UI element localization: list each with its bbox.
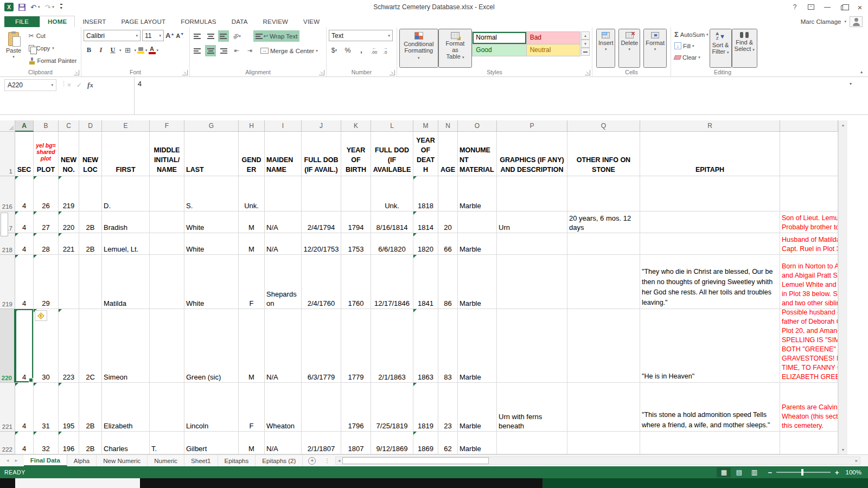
- increase-indent-button[interactable]: ⇥: [244, 45, 255, 56]
- cell-C220[interactable]: 223: [59, 309, 79, 383]
- cell-I218[interactable]: N/A: [265, 233, 302, 255]
- row-header-216[interactable]: 216: [0, 176, 15, 211]
- page-break-view-button[interactable]: ▥: [747, 467, 761, 477]
- cell-R219[interactable]: "They who die in Christ are blessed, Our…: [640, 255, 780, 309]
- cell-P1[interactable]: GRAPHICS (IF ANY) AND DESCRIPTION: [497, 132, 567, 176]
- tab-review[interactable]: REVIEW: [256, 16, 296, 27]
- copy-button[interactable]: Copy▾: [28, 43, 78, 54]
- scroll-down-icon[interactable]: ▼: [839, 445, 847, 454]
- cell-N219[interactable]: 86: [438, 255, 458, 309]
- cell-C222[interactable]: 196: [59, 432, 79, 454]
- cell-S222[interactable]: [780, 432, 838, 454]
- sheet-tab-alpha[interactable]: Alpha: [67, 455, 97, 466]
- number-dialog-launcher[interactable]: ↘: [390, 70, 395, 75]
- cell-A222[interactable]: 4: [15, 432, 34, 454]
- fill-color-button[interactable]: [137, 47, 144, 54]
- cell-Q221[interactable]: [567, 383, 640, 432]
- cell-N221[interactable]: 23: [438, 383, 458, 432]
- cell-E218[interactable]: Lemuel, Lt.: [102, 233, 150, 255]
- sheet-nav-left-icon[interactable]: ◄: [5, 458, 10, 463]
- cell-S216[interactable]: [780, 176, 838, 211]
- cell-C217[interactable]: 220: [59, 211, 79, 233]
- cell-M216[interactable]: 1818: [413, 176, 438, 211]
- sheet-tab-new-numeric[interactable]: New Numeric: [97, 455, 148, 466]
- new-sheet-button[interactable]: +: [303, 455, 321, 466]
- cell-M220[interactable]: 1863: [413, 309, 438, 383]
- cell-C218[interactable]: 221: [59, 233, 79, 255]
- cell-J219[interactable]: 2/4/1760: [302, 255, 341, 309]
- clear-button[interactable]: Clear▾: [673, 52, 710, 63]
- format-cells-button[interactable]: Format▾: [643, 29, 667, 68]
- cell-S217[interactable]: Son of Lieut. Lemu Probably brother to: [780, 211, 838, 233]
- cell-P218[interactable]: [497, 233, 567, 255]
- align-top-button[interactable]: [192, 30, 203, 42]
- column-header-L[interactable]: L: [371, 120, 413, 132]
- percent-format-button[interactable]: %: [342, 44, 353, 56]
- cell-H216[interactable]: Unk.: [239, 176, 265, 211]
- cell-O1[interactable]: MONUMENT MATERIAL: [458, 132, 497, 176]
- column-header-N[interactable]: N: [438, 120, 458, 132]
- cell-M218[interactable]: 1820: [413, 233, 438, 255]
- cell-O220[interactable]: Marble: [458, 309, 497, 383]
- cell-A218[interactable]: 4: [15, 233, 34, 255]
- cell-style-bad[interactable]: Bad: [527, 32, 580, 44]
- cell-G1[interactable]: LAST: [184, 132, 239, 176]
- cell-E217[interactable]: Bradish: [102, 211, 150, 233]
- autosum-button[interactable]: ΣAutoSum▾: [673, 29, 710, 40]
- cell-D217[interactable]: 2B: [79, 211, 102, 233]
- cell-R222[interactable]: [640, 432, 780, 454]
- sheet-tab-epitaphs-2-[interactable]: Epitaphs (2): [256, 455, 303, 466]
- font-size-select[interactable]: 11▾: [142, 30, 164, 41]
- cell-D218[interactable]: 2B: [79, 233, 102, 255]
- column-header-E[interactable]: E: [102, 120, 150, 132]
- vertical-scroll-thumb[interactable]: [1, 213, 8, 236]
- cell-F222[interactable]: T.: [150, 432, 184, 454]
- name-box[interactable]: A220 ▾: [4, 79, 56, 91]
- undo-icon[interactable]: ↶: [30, 4, 36, 11]
- undo-dropdown-icon[interactable]: ▾: [38, 5, 40, 9]
- cell-I1[interactable]: MAIDEN NAME: [265, 132, 302, 176]
- column-header-M[interactable]: M: [413, 120, 438, 132]
- cell-Q216[interactable]: [567, 176, 640, 211]
- column-header-C[interactable]: C: [59, 120, 79, 132]
- zoom-slider[interactable]: [776, 472, 831, 473]
- restore-button[interactable]: [835, 0, 852, 14]
- formula-input[interactable]: 4: [138, 79, 843, 112]
- cell-R221[interactable]: "This stone a hold admonition speed Tell…: [640, 383, 780, 432]
- format-painter-button[interactable]: Format Painter: [28, 55, 78, 66]
- cell-O217[interactable]: [458, 211, 497, 233]
- cell-N216[interactable]: [438, 176, 458, 211]
- cell-Q1[interactable]: OTHER INFO ON STONE: [567, 132, 640, 176]
- cell-J218[interactable]: 12/20/1753: [302, 233, 341, 255]
- cell-D1[interactable]: NEW LOC: [79, 132, 102, 176]
- cell-F216[interactable]: [150, 176, 184, 211]
- collapse-ribbon-icon[interactable]: ▴: [860, 69, 863, 74]
- cell-K217[interactable]: 1794: [341, 211, 371, 233]
- column-header-Q[interactable]: Q: [567, 120, 640, 132]
- cell-D221[interactable]: 2B: [79, 383, 102, 432]
- cell-L218[interactable]: 6/6/1820: [371, 233, 413, 255]
- cell-J1[interactable]: FULL DOB (IF AVAIL.): [302, 132, 341, 176]
- tab-page-layout[interactable]: PAGE LAYOUT: [114, 16, 174, 27]
- tab-view[interactable]: VIEW: [296, 16, 327, 27]
- cancel-entry-icon[interactable]: ×: [67, 81, 71, 89]
- gallery-down-button[interactable]: ▼: [581, 40, 590, 48]
- cell-L221[interactable]: 7/25/1819: [371, 383, 413, 432]
- formula-bar-expand-icon[interactable]: ▾: [850, 81, 852, 86]
- cell-S221[interactable]: Parents are Calvin W Wheaton (this secti…: [780, 383, 838, 432]
- cell-M219[interactable]: 1841: [413, 255, 438, 309]
- font-color-button[interactable]: A: [149, 46, 156, 54]
- merge-center-button[interactable]: ↔Merge & Center▾: [258, 45, 320, 56]
- cell-E1[interactable]: FIRST: [102, 132, 150, 176]
- align-middle-button[interactable]: [205, 30, 216, 42]
- cell-A1[interactable]: SEC: [15, 132, 34, 176]
- cell-N218[interactable]: 66: [438, 233, 458, 255]
- cell-G221[interactable]: Lincoln: [184, 383, 239, 432]
- column-header-D[interactable]: D: [79, 120, 102, 132]
- cell-P222[interactable]: [497, 432, 567, 454]
- row-header-1[interactable]: 1: [0, 132, 15, 176]
- cell-B218[interactable]: 28: [34, 233, 59, 255]
- cell-L219[interactable]: 12/17/1846: [371, 255, 413, 309]
- cell-D220[interactable]: 2C: [79, 309, 102, 383]
- delete-cells-button[interactable]: Delete▾: [618, 29, 640, 68]
